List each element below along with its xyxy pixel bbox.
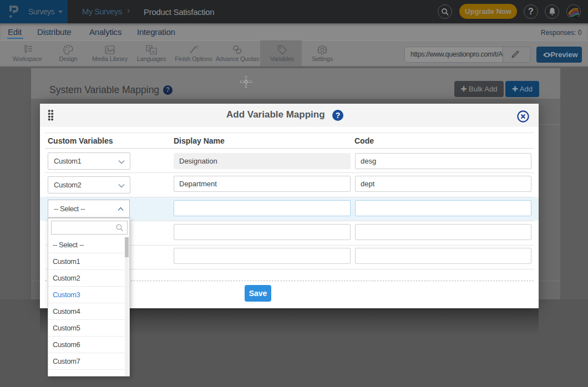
svg-text:A: A bbox=[152, 49, 155, 54]
